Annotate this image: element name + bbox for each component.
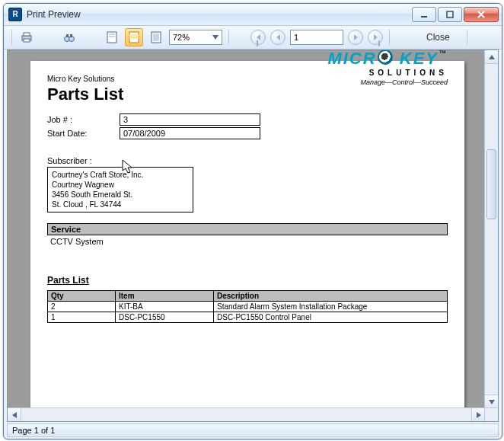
cell-qty: 2 [48, 302, 116, 312]
table-row: 1 DSC-PC1550 DSC-PC1550 Control Panel [48, 312, 448, 323]
zoom-value: 72% [173, 33, 190, 42]
svg-rect-1 [447, 11, 453, 18]
subscriber-line: Courtney's Craft Store, Inc. [52, 170, 189, 180]
logo-text-right: KEY [394, 50, 439, 68]
svg-rect-8 [70, 34, 72, 37]
maximize-button[interactable] [438, 7, 462, 22]
scroll-up-button[interactable] [485, 50, 498, 64]
start-date-value: 07/08/2009 [120, 127, 260, 139]
trademark-icon: ™ [439, 50, 448, 57]
job-number-label: Job # : [47, 115, 120, 124]
col-qty: Qty [48, 291, 116, 302]
preview-area[interactable]: Micro Key Solutions Parts List MICR KEY™… [7, 50, 499, 422]
maximize-icon [446, 11, 454, 18]
page-width-icon [129, 31, 139, 43]
scroll-thumb[interactable] [486, 149, 496, 219]
zoom-100-button[interactable] [148, 29, 164, 46]
cell-qty: 1 [48, 312, 116, 323]
svg-rect-15 [153, 34, 159, 41]
prev-page-button[interactable] [270, 30, 285, 45]
job-number-value: 3 [120, 113, 260, 126]
subscriber-line: 3456 South Emerald St. [52, 190, 189, 200]
prev-page-icon [276, 34, 280, 40]
subscriber-line: Courtney Wagnew [52, 180, 189, 190]
chevron-down-icon [212, 35, 219, 40]
scroll-corner [484, 408, 498, 421]
zoom-page-width-button[interactable] [125, 28, 143, 46]
svg-rect-0 [421, 16, 427, 18]
service-heading: Service [47, 223, 448, 235]
minimize-icon [420, 11, 428, 18]
close-preview-button[interactable]: Close [416, 32, 461, 43]
chevron-down-icon [489, 400, 495, 404]
scroll-down-button[interactable] [485, 395, 498, 408]
scroll-right-button[interactable] [471, 408, 485, 421]
start-date-label: Start Date: [47, 129, 120, 138]
toolbar: 72% 1 Close [4, 26, 502, 50]
first-page-icon [257, 34, 260, 40]
logo-tagline: Manage—Control—Succeed [327, 78, 448, 86]
close-icon [477, 11, 486, 18]
status-page-text: Page 1 of 1 [12, 426, 55, 435]
svg-rect-3 [24, 33, 30, 36]
col-description: Description [214, 291, 448, 302]
service-value: CCTV System [47, 235, 448, 248]
subscriber-line: St. Cloud , FL 34744 [52, 200, 189, 209]
app-icon: R [8, 8, 22, 21]
table-row: 2 KIT-BA Standard Alarm System Installat… [48, 302, 448, 312]
scroll-left-button[interactable] [8, 408, 21, 421]
binoculars-icon [63, 31, 75, 43]
find-button[interactable] [61, 29, 78, 46]
logo: MICR KEY™ SOLUTIONS Manage—Control—Succe… [327, 50, 448, 112]
print-button[interactable] [18, 29, 35, 46]
last-page-button[interactable] [368, 30, 383, 45]
logo-subtitle: SOLUTIONS [327, 69, 448, 77]
subscriber-box: Courtney's Craft Store, Inc. Courtney Wa… [47, 167, 193, 213]
page-100-icon [151, 31, 161, 43]
print-preview-window: R Print Preview 72% [3, 3, 502, 439]
statusbar: Page 1 of 1 [7, 423, 499, 437]
cell-item: KIT-BA [116, 302, 214, 312]
printer-icon [21, 31, 33, 43]
titlebar[interactable]: R Print Preview [4, 4, 502, 26]
window-title: Print Preview [27, 9, 81, 20]
next-page-icon [354, 34, 358, 40]
horizontal-scrollbar[interactable] [8, 407, 498, 421]
first-page-button[interactable] [250, 30, 266, 45]
table-header-row: Qty Item Description [48, 291, 448, 302]
minimize-button[interactable] [412, 7, 436, 22]
next-page-button[interactable] [348, 30, 363, 45]
parts-list-heading: Parts List [47, 275, 448, 286]
chevron-up-icon [489, 55, 495, 59]
cell-item: DSC-PC1550 [116, 312, 214, 323]
company-name: Micro Key Solutions [47, 75, 123, 83]
svg-rect-10 [109, 34, 115, 35]
cell-desc: DSC-PC1550 Control Panel [214, 312, 448, 323]
report-page: Micro Key Solutions Parts List MICR KEY™… [30, 61, 464, 411]
zoom-whole-page-button[interactable] [104, 29, 120, 46]
svg-rect-13 [129, 34, 139, 39]
svg-rect-7 [66, 34, 69, 37]
report-title: Parts List [47, 85, 123, 104]
last-page-icon [374, 34, 378, 40]
svg-rect-4 [24, 39, 30, 42]
vertical-scrollbar[interactable] [484, 50, 498, 408]
cell-desc: Standard Alarm System Installation Packa… [214, 302, 448, 312]
svg-rect-11 [109, 36, 115, 37]
chevron-left-icon [12, 412, 17, 418]
col-item: Item [116, 291, 214, 302]
parts-table: Qty Item Description 2 KIT-BA Standard A… [47, 290, 448, 323]
logo-text-left: MICR [327, 50, 376, 68]
subscriber-label: Subscriber : [47, 156, 448, 165]
page-number-input[interactable]: 1 [290, 30, 343, 45]
page-number-value: 1 [294, 33, 298, 42]
page-whole-icon [107, 31, 117, 43]
close-window-button[interactable] [464, 7, 499, 22]
chevron-right-icon [477, 412, 481, 418]
logo-eye-icon [378, 50, 393, 65]
zoom-combobox[interactable]: 72% [169, 30, 222, 45]
